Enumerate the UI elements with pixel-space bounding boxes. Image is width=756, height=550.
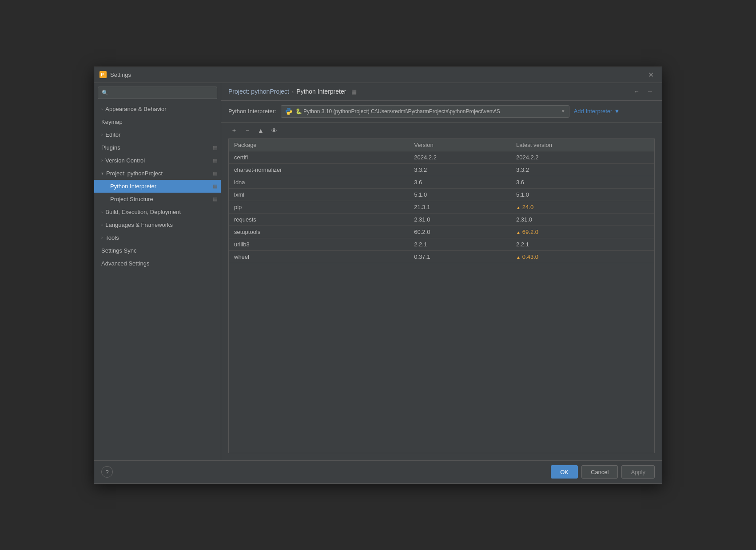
- package-version: 2024.2.2: [409, 151, 511, 163]
- breadcrumb-current: Python Interpreter: [296, 88, 346, 95]
- package-latest: 2024.2.2: [511, 151, 654, 163]
- table-row[interactable]: requests2.31.02.31.0: [229, 213, 654, 226]
- ok-button[interactable]: OK: [551, 465, 578, 479]
- interpreter-label: Python Interpreter:: [228, 108, 276, 115]
- package-latest: 3.3.2: [511, 163, 654, 176]
- col-package: Package: [229, 139, 409, 151]
- search-icon: 🔍: [102, 90, 108, 96]
- sidebar-item-python-interpreter[interactable]: Python Interpreter▦: [94, 180, 221, 193]
- sidebar-item-advanced[interactable]: Advanced Settings: [94, 257, 221, 270]
- table-row[interactable]: certifi2024.2.22024.2.2: [229, 151, 654, 163]
- upgrade-package-button[interactable]: ▲: [255, 125, 267, 136]
- breadcrumb-separator: ›: [292, 88, 294, 95]
- sidebar-item-label: Settings Sync: [101, 247, 137, 254]
- expand-arrow-icon: ▾: [101, 171, 103, 176]
- table-row[interactable]: idna3.63.6: [229, 176, 654, 188]
- add-package-button[interactable]: ＋: [228, 125, 240, 136]
- sidebar-item-label: Appearance & Behavior: [105, 106, 166, 112]
- pin-icon: ▦: [213, 183, 217, 189]
- sidebar-item-label: Keymap: [101, 119, 123, 125]
- breadcrumb-bar: Project: pythonProject › Python Interpre…: [221, 83, 662, 101]
- packages-tbody: certifi2024.2.22024.2.2charset-normalize…: [229, 151, 654, 263]
- package-latest: 5.1.0: [511, 188, 654, 201]
- sidebar-item-project-structure[interactable]: Project Structure▦: [94, 193, 221, 206]
- package-name: urllib3: [229, 238, 409, 250]
- table-row[interactable]: charset-normalizer3.3.23.3.2: [229, 163, 654, 176]
- pin-icon: ▦: [213, 170, 217, 176]
- pin-icon: ▦: [213, 145, 217, 150]
- sidebar-item-label: Build, Execution, Deployment: [105, 209, 181, 215]
- table-row[interactable]: pip21.3.1▲24.0: [229, 201, 654, 213]
- add-interpreter-button[interactable]: Add Interpreter ▼: [574, 108, 620, 115]
- interpreter-dropdown-icon: ▼: [561, 109, 565, 114]
- sidebar: 🔍 ›Appearance & BehaviorKeymap›EditorPlu…: [94, 83, 221, 460]
- sidebar-item-build[interactable]: ›Build, Execution, Deployment: [94, 206, 221, 218]
- table-header: Package Version Latest version: [229, 139, 654, 151]
- dialog-title: Settings: [110, 71, 645, 78]
- sidebar-item-label: Plugins: [101, 144, 120, 151]
- remove-package-button[interactable]: －: [242, 125, 253, 136]
- sidebar-item-label: Languages & Frameworks: [105, 222, 173, 228]
- package-version: 2.31.0: [409, 213, 511, 226]
- header-row: Package Version Latest version: [229, 139, 654, 151]
- package-name: requests: [229, 213, 409, 226]
- sidebar-item-project[interactable]: ▾Project: pythonProject▦: [94, 167, 221, 180]
- sidebar-item-keymap[interactable]: Keymap: [94, 115, 221, 128]
- table-row[interactable]: lxml5.1.05.1.0: [229, 188, 654, 201]
- sidebar-item-editor[interactable]: ›Editor: [94, 128, 221, 141]
- cancel-button[interactable]: Cancel: [581, 465, 618, 479]
- package-version: 60.2.0: [409, 226, 511, 238]
- sidebar-item-tools[interactable]: ›Tools: [94, 231, 221, 244]
- upgrade-arrow-icon: ▲: [516, 255, 521, 260]
- sidebar-item-label: Project: pythonProject: [106, 170, 163, 177]
- show-details-button[interactable]: 👁: [268, 125, 280, 136]
- search-input[interactable]: [110, 89, 213, 96]
- table-row[interactable]: wheel0.37.1▲0.43.0: [229, 250, 654, 263]
- svg-text:P: P: [101, 72, 104, 77]
- sidebar-item-label: Advanced Settings: [101, 260, 149, 267]
- sidebar-item-label: Python Interpreter: [110, 183, 156, 190]
- expand-arrow-icon: ›: [101, 158, 103, 163]
- app-icon: P: [99, 71, 107, 78]
- sidebar-item-label: Editor: [105, 131, 120, 138]
- sidebar-item-settings-sync[interactable]: Settings Sync: [94, 244, 221, 257]
- packages-table-wrap: Package Version Latest version certifi20…: [228, 138, 655, 453]
- expand-arrow-icon: ›: [101, 132, 103, 137]
- close-button[interactable]: ✕: [645, 70, 657, 80]
- forward-button[interactable]: →: [645, 87, 655, 96]
- back-button[interactable]: ←: [632, 87, 641, 96]
- expand-arrow-icon: ›: [101, 210, 103, 214]
- package-toolbar: ＋ － ▲ 👁: [221, 123, 662, 138]
- package-version: 21.3.1: [409, 201, 511, 213]
- package-latest: ▲24.0: [511, 201, 654, 213]
- sidebar-item-vcs[interactable]: ›Version Control▦: [94, 154, 221, 167]
- sidebar-item-languages[interactable]: ›Languages & Frameworks: [94, 218, 221, 231]
- package-version: 5.1.0: [409, 188, 511, 201]
- col-latest: Latest version: [511, 139, 654, 151]
- expand-arrow-icon: ›: [101, 235, 103, 240]
- table-row[interactable]: urllib32.2.12.2.1: [229, 238, 654, 250]
- sidebar-item-plugins[interactable]: Plugins▦: [94, 141, 221, 154]
- expand-arrow-icon: ›: [101, 107, 103, 111]
- package-name: lxml: [229, 188, 409, 201]
- expand-arrow-icon: ›: [101, 222, 103, 227]
- interpreter-select[interactable]: 🐍 Python 3.10 (pythonProject) C:\Users\r…: [281, 105, 569, 118]
- search-box[interactable]: 🔍: [98, 87, 217, 99]
- main-content: 🔍 ›Appearance & BehaviorKeymap›EditorPlu…: [94, 83, 662, 460]
- package-name: wheel: [229, 250, 409, 263]
- apply-button[interactable]: Apply: [621, 465, 655, 479]
- package-latest: 2.2.1: [511, 238, 654, 250]
- footer: ? OK Cancel Apply: [94, 460, 662, 483]
- package-version: 3.6: [409, 176, 511, 188]
- table-row[interactable]: setuptools60.2.0▲69.2.0: [229, 226, 654, 238]
- python-logo-icon: [285, 107, 293, 115]
- package-latest: 2.31.0: [511, 213, 654, 226]
- breadcrumb-project[interactable]: Project: pythonProject: [228, 88, 289, 95]
- title-bar: P Settings ✕: [94, 67, 662, 83]
- help-button[interactable]: ?: [101, 466, 113, 478]
- sidebar-item-appearance[interactable]: ›Appearance & Behavior: [94, 103, 221, 115]
- package-name: certifi: [229, 151, 409, 163]
- package-name: charset-normalizer: [229, 163, 409, 176]
- package-latest: ▲69.2.0: [511, 226, 654, 238]
- interpreter-row: Python Interpreter:: [221, 101, 662, 123]
